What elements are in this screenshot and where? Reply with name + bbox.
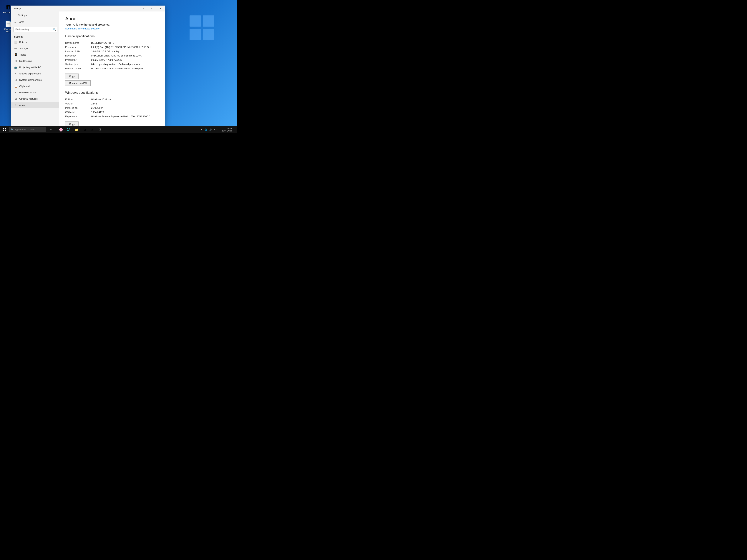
windows-spec-row: EditionWindows 10 Home <box>65 97 159 102</box>
components-label: System Components <box>19 79 42 81</box>
sidebar-item-projecting[interactable]: 📺 Projecting to this PC <box>11 64 59 70</box>
spec-label: OS build <box>65 110 91 114</box>
title-bar: Settings – □ ✕ <box>11 5 165 11</box>
security-link[interactable]: See details in Windows Security <box>65 27 100 30</box>
title-bar-title: Settings <box>14 7 21 10</box>
device-specs-title: Device specifications <box>65 34 159 38</box>
sidebar-item-shared[interactable]: ✕ Shared experiences <box>11 70 59 77</box>
spec-label: Pen and touch <box>65 66 91 71</box>
windows-spec-row: Installed on21/03/2024 <box>65 106 159 110</box>
tablet-label: Tablet <box>19 53 26 56</box>
remote-icon: ✕ <box>14 91 18 94</box>
svg-rect-3 <box>203 29 214 40</box>
spec-value: DESKTOP-OCT0TT3 <box>91 41 159 45</box>
sidebar-item-battery[interactable]: ⬜ Battery <box>11 39 59 45</box>
spec-value: No pen or touch input is available for t… <box>91 66 159 71</box>
device-spec-row: Pen and touchNo pen or touch input is av… <box>65 66 159 71</box>
optional-label: Optional features <box>19 98 37 100</box>
sidebar-item-clipboard[interactable]: 📋 Clipboard <box>11 83 59 89</box>
spec-label: Version <box>65 102 91 106</box>
taskbar-search-input[interactable] <box>15 128 43 131</box>
device-spec-row: Device nameDESKTOP-OCT0TT3 <box>65 41 159 45</box>
multitasking-icon: ⊞ <box>14 59 18 62</box>
sidebar-item-multitasking[interactable]: ⊞ Multitasking <box>11 58 59 64</box>
rename-pc-button[interactable]: Rename this PC <box>65 80 91 86</box>
home-nav-item[interactable]: ⌂ Home <box>11 19 59 25</box>
tray-lang[interactable]: ENG <box>213 126 220 133</box>
taskbar-mail-icon[interactable]: ✉ <box>88 126 96 133</box>
spec-label: Product ID <box>65 58 91 62</box>
taskbar-edge-icon[interactable] <box>65 126 73 133</box>
security-status: Your PC is monitored and protected. <box>65 23 159 26</box>
nav-panel: ← Settings ⌂ Home 🔍 System ⬜ Battery ▬ S… <box>11 11 59 126</box>
sidebar-item-optional[interactable]: ⊞ Optional features <box>11 96 59 102</box>
settings-label: Settings <box>18 14 27 17</box>
close-button[interactable]: ✕ <box>156 5 165 11</box>
window-controls: – □ ✕ <box>139 5 165 11</box>
home-label: Home <box>18 21 24 24</box>
windows-spec-row: ExperienceWindows Feature Experience Pac… <box>65 114 159 118</box>
device-spec-row: System type64-bit operating system, x64-… <box>65 62 159 66</box>
storage-label: Storage <box>19 47 28 50</box>
shared-label: Shared experiences <box>19 72 41 75</box>
windows-spec-row: Version22H2 <box>65 102 159 106</box>
windows-specs-title: Windows specifications <box>65 91 159 95</box>
back-button[interactable]: ← Settings <box>11 11 59 19</box>
taskbar-search[interactable]: 🔍 <box>9 127 46 132</box>
clock-date: 26/04/2024 <box>222 130 232 132</box>
sidebar-item-about[interactable]: ℹ About <box>11 102 59 108</box>
about-label: About <box>19 104 26 106</box>
sidebar-item-tablet[interactable]: 📱 Tablet <box>11 52 59 58</box>
spec-value: 64-bit operating system, x64-based proce… <box>91 62 159 66</box>
system-tray: ∧ 🌐 🔊 ENG 16:54 26/04/2024 <box>199 126 237 133</box>
battery-label: Battery <box>19 41 27 44</box>
tray-volume-icon[interactable]: 🔊 <box>209 126 213 133</box>
spec-value: 22H2 <box>91 102 159 106</box>
sidebar-item-components[interactable]: ⊟ System Components <box>11 77 59 83</box>
search-icon: 🔍 <box>53 28 56 31</box>
copy-button-2[interactable]: Copy <box>65 122 79 126</box>
sidebar-item-storage[interactable]: ▬ Storage <box>11 45 59 52</box>
spec-value: 21/03/2024 <box>91 106 159 110</box>
page-title: About <box>65 16 159 22</box>
tray-network-icon[interactable]: 🌐 <box>204 126 208 133</box>
spec-value: 16.0 GB (15.9 GB usable) <box>91 49 159 54</box>
svg-rect-7 <box>5 130 6 131</box>
multitasking-label: Multitasking <box>19 60 32 62</box>
home-icon: ⌂ <box>14 21 16 24</box>
shared-icon: ✕ <box>14 72 18 75</box>
device-spec-row: Installed RAM16.0 GB (15.9 GB usable) <box>65 49 159 54</box>
spec-label: Processor <box>65 45 91 49</box>
taskbar-search-icon: 🔍 <box>11 128 14 131</box>
start-button[interactable] <box>0 126 9 133</box>
spec-label: Edition <box>65 97 91 102</box>
spec-value: Windows 10 Home <box>91 97 159 102</box>
search-box[interactable]: 🔍 <box>14 27 57 32</box>
taskbar-app-icon-1[interactable]: 🌸 <box>57 126 65 133</box>
copy-button[interactable]: Copy <box>65 74 79 79</box>
settings-window: Settings – □ ✕ ← Settings ⌂ Home 🔍 Syste… <box>11 5 165 126</box>
show-desktop-button[interactable] <box>234 126 236 133</box>
projecting-icon: 📺 <box>14 66 18 69</box>
spec-label: Device name <box>65 41 91 45</box>
spec-value: 075C0B0B-CB8D-419C-8CE6-8B58768E1D7A <box>91 54 159 58</box>
device-spec-row: Device ID075C0B0B-CB8D-419C-8CE6-8B58768… <box>65 54 159 58</box>
tray-overflow[interactable]: ∧ <box>200 126 203 133</box>
spec-label: Experience <box>65 114 91 118</box>
remote-label: Remote Desktop <box>19 91 37 94</box>
windows-specs-table: EditionWindows 10 HomeVersion22H2Install… <box>65 97 159 118</box>
taskbar-icon-group: ⧉ 🌸 📁 🛍 ✉ ⚙ <box>47 126 104 133</box>
search-input[interactable] <box>14 27 57 32</box>
about-icon: ℹ <box>14 104 18 106</box>
minimize-button[interactable]: – <box>139 5 148 11</box>
task-view-button[interactable]: ⧉ <box>47 126 55 133</box>
spec-value: 00325-82077-47609-AAOEM <box>91 58 159 62</box>
taskbar-store-icon[interactable]: 🛍 <box>81 126 88 133</box>
projecting-label: Projecting to this PC <box>19 66 41 69</box>
taskbar-settings-icon[interactable]: ⚙ <box>96 126 104 133</box>
sidebar-item-remote[interactable]: ✕ Remote Desktop <box>11 89 59 96</box>
maximize-button[interactable]: □ <box>148 5 156 11</box>
system-clock[interactable]: 16:54 26/04/2024 <box>220 126 233 133</box>
battery-icon: ⬜ <box>14 41 18 44</box>
taskbar-explorer-icon[interactable]: 📁 <box>73 126 80 133</box>
